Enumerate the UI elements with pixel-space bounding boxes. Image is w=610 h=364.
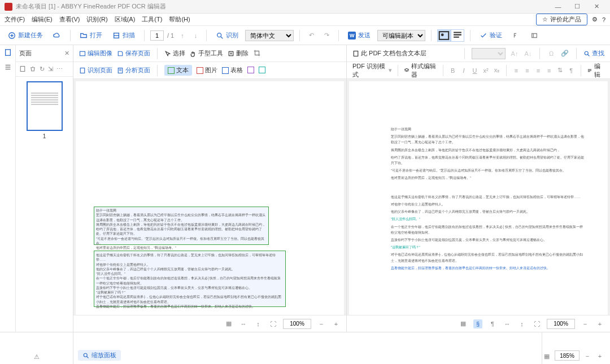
menu-tools[interactable]: 工具(T) xyxy=(142,15,162,24)
image-region-tool[interactable]: 图片 xyxy=(197,66,217,74)
rate-button[interactable]: ☆ 评价此产品 xyxy=(536,14,587,25)
doc-text-block-1: 陷于一张黑网 芝莎回到宿舍躺上躺趟，看着滴头原以为已经平衡以后生什么粒尘尘的事情… xyxy=(96,208,265,250)
zoom-input-left[interactable] xyxy=(283,319,311,329)
save-page-button[interactable]: 保存页面 xyxy=(117,49,150,58)
menu-area[interactable]: 区域(A) xyxy=(115,15,136,24)
zoom-in-icon[interactable]: + xyxy=(332,319,341,328)
zoom-out-bottom-icon[interactable]: − xyxy=(583,352,592,361)
link-icon[interactable]: 🔗 xyxy=(560,49,569,58)
undo-icon[interactable]: ↶ xyxy=(306,30,317,41)
font-up-icon[interactable]: A↑ xyxy=(510,49,519,58)
zoom-out-icon[interactable]: − xyxy=(317,319,326,328)
table-region-tool[interactable]: 表格 xyxy=(222,66,243,74)
minimize-button[interactable]: — xyxy=(549,1,567,12)
gear-icon[interactable]: ⚙ xyxy=(592,16,598,23)
zoom-out-icon-r[interactable]: − xyxy=(581,319,590,328)
recognize-page-button[interactable]: 识别页面 xyxy=(79,66,112,74)
text-mark-icon[interactable] xyxy=(527,30,542,41)
fit-page-icon[interactable]: ⛶ xyxy=(268,319,277,328)
close-panel-icon[interactable]: ✕ xyxy=(64,50,69,57)
add-page-icon[interactable] xyxy=(19,65,26,73)
mode-select[interactable]: 可编辑副本 xyxy=(377,30,425,41)
cloud-icon[interactable] xyxy=(50,30,64,41)
layout-view-icon[interactable]: ▦ xyxy=(459,319,468,328)
redo-icon[interactable]: ↷ xyxy=(321,30,333,41)
zoom-panel-button[interactable]: 缩放面板 xyxy=(78,350,121,361)
find-button[interactable]: 查找 xyxy=(583,49,604,58)
align-right-icon[interactable]: ≡ xyxy=(534,66,542,75)
scan-button[interactable]: 扫描 xyxy=(109,29,138,41)
pdf-mode-label[interactable]: PDF 识别模式 xyxy=(352,62,385,79)
chevron-down-icon[interactable]: ▾ xyxy=(389,67,392,74)
text-canvas[interactable]: 陷于一张黑网 芝莎回到宿舍躺上躺趟，看着滴头原以为已经平衡以后生什么粒尘尘的事情… xyxy=(347,79,610,315)
align-center-icon[interactable]: ≡ xyxy=(524,66,531,75)
more-icon[interactable]: ⋯ xyxy=(56,65,63,73)
delete-tool[interactable]: 删除 xyxy=(228,49,249,58)
omega-icon[interactable]: Ω xyxy=(547,49,556,58)
align-justify-icon[interactable]: ≡ xyxy=(546,66,553,75)
font-select[interactable] xyxy=(472,48,506,59)
view-image-icon[interactable] xyxy=(437,29,451,42)
zoom-input-bottom[interactable] xyxy=(555,350,580,361)
rotate-icon[interactable]: ↻ xyxy=(40,65,45,73)
fit-height-icon-r[interactable]: ↕ xyxy=(517,319,526,328)
font-down-icon[interactable]: A↓ xyxy=(524,49,533,58)
hand-tool[interactable]: 手型工具 xyxy=(190,49,223,58)
export-icon[interactable]: ⇲ xyxy=(48,65,53,73)
align-left-icon[interactable]: ≡ xyxy=(512,66,520,75)
pilcrow-view-icon[interactable]: ¶ xyxy=(488,319,497,328)
trash-icon[interactable] xyxy=(29,65,36,73)
italic-icon[interactable]: I xyxy=(460,66,467,75)
page-number-input[interactable] xyxy=(150,30,164,41)
menu-recognize[interactable]: 识别(R) xyxy=(86,15,107,24)
menu-help[interactable]: 帮助(H) xyxy=(169,15,190,24)
crop-icon[interactable] xyxy=(253,49,261,58)
analyze-page-button[interactable]: 分析页面 xyxy=(117,66,150,74)
send-button[interactable]: W 发送 xyxy=(345,29,374,41)
fit-height-icon[interactable]: ↕ xyxy=(254,319,263,328)
pilcrow-icon[interactable]: ¶ xyxy=(568,66,575,75)
zoom-in-bottom-icon[interactable]: + xyxy=(595,352,604,361)
verify-button[interactable]: 验证 xyxy=(476,29,506,41)
text-region-tool[interactable]: 文本 xyxy=(164,65,192,76)
recognize-button[interactable]: 识别 xyxy=(212,29,242,41)
maximize-button[interactable]: ☐ xyxy=(568,1,586,12)
style-editor-button[interactable]: 样式编辑器 xyxy=(404,62,437,79)
bold-icon[interactable]: B xyxy=(449,66,456,75)
language-select[interactable]: 简体中文 xyxy=(245,30,294,41)
open-button[interactable]: 打开 xyxy=(76,29,106,41)
menu-view[interactable]: 查看(V) xyxy=(59,15,80,24)
status-mid: 缩放面板 xyxy=(73,332,542,364)
page-icon[interactable] xyxy=(4,49,12,58)
menu-file[interactable]: 文件(F) xyxy=(5,15,25,24)
edit-button[interactable]: 编辑 xyxy=(587,62,604,79)
line-spacing-icon[interactable]: ⇅ xyxy=(556,66,564,75)
menu-edit[interactable]: 编辑(E) xyxy=(32,15,53,24)
select-tool[interactable]: 选择 xyxy=(164,49,185,58)
layout-icon[interactable]: ▦ xyxy=(224,319,233,328)
page-up-icon[interactable]: ↑ xyxy=(177,30,188,41)
new-task-button[interactable]: 新建任务 xyxy=(5,29,46,41)
fit-width-icon-r[interactable]: ↔ xyxy=(503,319,512,328)
view-text-icon[interactable] xyxy=(451,29,464,42)
superscript-icon[interactable]: x² xyxy=(482,66,489,75)
grid-icon[interactable]: ▦ xyxy=(542,352,551,361)
purple-box-icon[interactable] xyxy=(247,67,254,74)
zoom-input-right[interactable] xyxy=(547,319,575,329)
warning-icon[interactable]: ⚠ xyxy=(34,353,40,361)
close-button[interactable]: ✕ xyxy=(587,1,605,12)
section-icon[interactable]: § xyxy=(473,319,482,328)
edit-image-button[interactable]: 编辑图像 xyxy=(79,49,112,58)
fit-page-icon-r[interactable]: ⛶ xyxy=(532,319,541,328)
thumb-page-1[interactable] xyxy=(27,81,63,131)
zoom-in-icon-r[interactable]: + xyxy=(595,319,604,328)
page-down-icon[interactable]: ↓ xyxy=(191,30,201,41)
underline-icon[interactable]: U xyxy=(471,66,478,75)
fit-width-icon[interactable]: ↔ xyxy=(239,319,248,328)
image-canvas[interactable]: 陷于一张黑网 芝莎回到宿舍躺上躺趟，看着滴头原以为已经平衡以后生什么粒尘尘的事情… xyxy=(73,79,346,315)
char-icon[interactable] xyxy=(509,30,524,41)
help-icon[interactable]: ? xyxy=(602,16,605,23)
teal-box-icon[interactable] xyxy=(259,67,265,74)
list-icon[interactable] xyxy=(4,63,12,72)
subscript-icon[interactable]: x₂ xyxy=(493,66,500,75)
